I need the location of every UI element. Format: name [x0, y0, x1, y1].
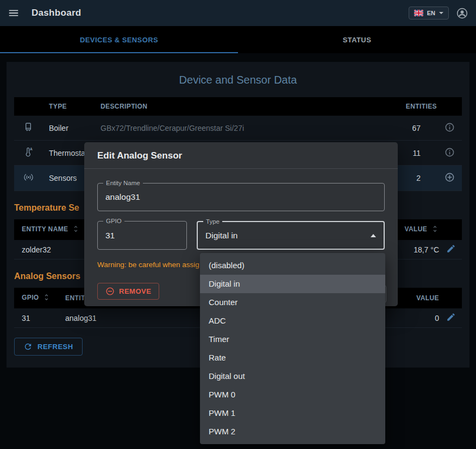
screen: Dashboard EN: [0, 0, 476, 449]
type-dropdown-menu: (disabled) Digital in Counter ADC Timer …: [200, 253, 385, 444]
svg-text:A: A: [30, 147, 33, 151]
sort-icon[interactable]: [431, 225, 439, 235]
analog-header-action-col: [440, 288, 462, 308]
add-sensor-button[interactable]: [444, 172, 455, 182]
devices-header-type: TYPE: [41, 97, 93, 116]
page-title: Device and Sensor Data: [14, 74, 462, 86]
type-option-rate[interactable]: Rate: [200, 349, 385, 367]
sort-icon[interactable]: [72, 225, 80, 235]
language-label: EN: [427, 10, 435, 16]
refresh-button[interactable]: REFRESH: [14, 338, 83, 356]
type-select-value: Digital in: [205, 231, 237, 241]
tab-status[interactable]: STATUS: [238, 26, 476, 53]
analog-header-gpio-label: GPIO: [22, 294, 39, 301]
type-option-timer[interactable]: Timer: [200, 330, 385, 349]
info-button[interactable]: [444, 122, 455, 132]
temperature-header-value-label: VALUE: [404, 225, 427, 233]
account-button[interactable]: [456, 7, 468, 20]
entity-name-field-wrapper: Entity Name: [97, 183, 385, 211]
type-option-pwm-2[interactable]: PWM 2: [200, 422, 385, 441]
device-entities-count: 67: [377, 116, 437, 141]
hamburger-menu-button[interactable]: [8, 7, 20, 19]
tab-bar: DEVICES & SENSORS STATUS: [0, 26, 476, 53]
thermostat-icon: A: [14, 141, 41, 166]
hamburger-icon: [8, 7, 20, 19]
gpio-type-row: GPIO Type Digital in: [97, 221, 385, 250]
type-option-digital-out[interactable]: Digital out: [200, 367, 385, 385]
gpio-input[interactable]: [105, 231, 179, 241]
gpio-field-wrapper: GPIO: [97, 221, 187, 250]
type-option-digital-in[interactable]: Digital in: [200, 275, 385, 293]
device-type: Boiler: [41, 116, 93, 141]
chevron-down-icon: [439, 12, 443, 14]
remove-button[interactable]: REMOVE: [97, 283, 159, 300]
devices-header-action-col: [437, 97, 462, 116]
sensors-icon: [14, 166, 41, 191]
type-option-pwm-0[interactable]: PWM 0: [200, 385, 385, 404]
add-circle-icon: [444, 172, 455, 182]
tab-status-label: STATUS: [343, 36, 371, 44]
devices-table-header-row: TYPE DESCRIPTION ENTITIES: [14, 97, 462, 116]
info-icon: [444, 122, 455, 132]
chevron-up-icon: [371, 234, 376, 237]
sensor-gpio: 31: [14, 308, 58, 328]
analog-header-gpio[interactable]: GPIO: [14, 288, 58, 308]
tab-devices-sensors-label: DEVICES & SENSORS: [80, 36, 158, 44]
app-title: Dashboard: [32, 8, 82, 18]
info-button[interactable]: [444, 147, 455, 157]
sort-icon[interactable]: [42, 293, 51, 303]
gpio-field-label: GPIO: [103, 217, 124, 225]
boiler-icon: [14, 116, 41, 141]
devices-header-entities: ENTITIES: [377, 97, 437, 116]
entity-name-field-label: Entity Name: [103, 179, 143, 187]
type-option-pwm-1[interactable]: PWM 1: [200, 404, 385, 422]
account-circle-icon: [456, 7, 468, 20]
info-icon: [444, 147, 455, 157]
edit-pencil-icon: [446, 244, 456, 254]
devices-header-icon-col: [14, 97, 41, 116]
language-selector-button[interactable]: EN: [409, 7, 449, 20]
entity-name-input[interactable]: [105, 192, 377, 202]
device-description: GBx72/Trendline/Cerapur/Greenstar Si/27i: [93, 116, 377, 141]
table-row-boiler[interactable]: Boiler GBx72/Trendline/Cerapur/Greenstar…: [14, 116, 462, 141]
refresh-icon: [23, 342, 33, 351]
type-option-counter[interactable]: Counter: [200, 293, 385, 312]
refresh-button-label: REFRESH: [37, 343, 73, 351]
edit-sensor-button[interactable]: [446, 312, 456, 322]
temperature-header-entity-name-label: ENTITY NAME: [22, 225, 68, 233]
type-option-adc[interactable]: ADC: [200, 312, 385, 330]
edit-pencil-icon: [446, 312, 456, 322]
type-select[interactable]: Type Digital in: [197, 221, 385, 250]
app-bar: Dashboard EN: [0, 0, 476, 26]
temperature-header-action-col: [440, 219, 462, 240]
devices-header-description: DESCRIPTION: [93, 97, 377, 116]
remove-button-label: REMOVE: [119, 287, 151, 295]
edit-sensor-button[interactable]: [446, 244, 456, 254]
type-option-disabled[interactable]: (disabled): [200, 256, 385, 275]
remove-circle-icon: [105, 287, 115, 296]
type-select-label: Type: [203, 218, 222, 225]
tab-devices-sensors[interactable]: DEVICES & SENSORS: [0, 26, 238, 53]
uk-flag-icon: [414, 10, 423, 16]
dialog-title: Edit Analog Sensor: [84, 142, 398, 169]
